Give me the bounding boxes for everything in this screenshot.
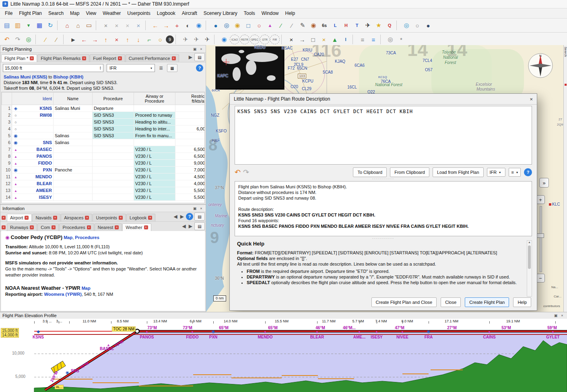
tab-menu-button[interactable]: ▤ — [194, 213, 205, 221]
zoom-in-button[interactable]: + — [536, 195, 545, 204]
save-flight-plan-icon[interactable]: ▦ — [34, 20, 45, 31]
tab-close-icon[interactable]: × — [82, 56, 86, 60]
tab-close-icon[interactable]: × — [30, 56, 34, 60]
dialog-flight-rules-combo[interactable]: IFR ▾ — [487, 168, 505, 177]
undo-icon[interactable]: ↶ — [2, 34, 12, 45]
airspace-icao-icon[interactable]: ICAO — [230, 35, 239, 44]
scenery-database-icon[interactable]: ≡ — [357, 34, 368, 45]
information-subtab[interactable]: Runways × — [7, 223, 37, 231]
scrollbar[interactable]: ▲ — [527, 240, 532, 297]
float-dock-icon[interactable]: ▣ — [553, 313, 558, 318]
measure-line-icon[interactable]: ∕ — [40, 34, 51, 45]
flight-planning-tab[interactable]: Current Performance × — [126, 54, 179, 62]
recent-flight-plans-icon[interactable]: ▼ — [23, 20, 34, 31]
route-description-input[interactable]: KSNS SNS3 SNS V230 CAINS DCT GYLET DCT H… — [235, 106, 532, 165]
splitter-handle[interactable]: ··········· — [230, 237, 537, 240]
information-tab[interactable]: Airspaces × — [61, 214, 92, 221]
new-flight-plan-icon[interactable]: ▤ — [2, 20, 12, 31]
reload-icon[interactable]: ↻ — [45, 20, 56, 31]
airspaces-toggle-icon[interactable]: ○ — [254, 20, 264, 31]
flight-plan-row[interactable]: 2 RW08 SID SNS3 Proceed to runway — [2, 112, 205, 119]
column-header-restriction[interactable]: Restrictio ft/kts/ang — [175, 93, 205, 105]
tab-close-icon[interactable]: × — [115, 225, 119, 229]
dark-globe-icon[interactable]: ● — [423, 20, 433, 31]
airspace-restricted-icon[interactable]: RSTR — [240, 35, 249, 44]
toolbar-icon[interactable] — [353, 35, 356, 44]
close-tab-icon[interactable]: × — [2, 225, 6, 229]
center-flight-plan-icon[interactable]: ⌂ — [73, 20, 83, 31]
move-up-icon[interactable]: ↑ — [122, 34, 133, 45]
flight-plan-row[interactable]: 6 SNS Salinas — [2, 139, 205, 146]
tracks-icon[interactable]: ✎ — [297, 20, 308, 31]
airport-heliport-icon[interactable]: × — [122, 20, 133, 31]
menu-item[interactable]: File — [2, 9, 16, 17]
menu-item[interactable]: Window — [258, 9, 282, 17]
scrollbar-thumb[interactable] — [528, 246, 531, 269]
column-header-name[interactable]: Name — [54, 93, 93, 105]
waypoints-toggle-icon[interactable]: ▲ — [265, 20, 275, 31]
spinbox-arrows-icon[interactable]: ▲▼ — [99, 66, 101, 70]
procedure-spiral-icon[interactable]: ◉ — [219, 34, 229, 45]
map-overlay-icon[interactable]: □ — [243, 20, 254, 31]
airspace-other-icon[interactable]: GTR — [260, 35, 270, 44]
tab-close-icon[interactable]: × — [148, 216, 152, 220]
flight-planning-tab[interactable]: Fuel Report × — [90, 54, 125, 62]
zoom-slider-thumb[interactable] — [537, 233, 544, 238]
flight-plan-row[interactable]: 5 Salinas SID SNS3 From fix to manu... — [2, 132, 205, 139]
information-subtab[interactable]: Weather × — [122, 223, 151, 231]
cruise-altitude-spinbox[interactable]: 15,000 ft ▲▼ — [3, 64, 103, 72]
toolbar-icon[interactable] — [96, 21, 99, 30]
heliports-icon[interactable]: H — [341, 20, 351, 31]
map-overview-inset[interactable] — [215, 46, 285, 90]
information-subtab[interactable]: Com × — [37, 223, 59, 231]
create-flight-plan-and-close-button[interactable]: Create Flight Plan and Close — [371, 297, 437, 307]
flight-plan-row[interactable]: 10 PXN Panoche V230 / L 7,000-1 — [2, 167, 205, 173]
tab-close-icon[interactable]: × — [85, 216, 89, 220]
undo-move-icon[interactable]: ← — [150, 20, 161, 31]
projection-icon[interactable]: ○ — [412, 20, 423, 31]
world-grid-icon[interactable]: ◎ — [401, 20, 412, 31]
toolbar-icon[interactable] — [35, 35, 39, 44]
tab-scroll-right-icon[interactable]: ▶ — [188, 54, 193, 60]
tab-scroll-right-icon[interactable]: ▶ — [188, 223, 193, 229]
close-dock-icon[interactable]: × — [199, 47, 204, 52]
world-icon[interactable]: ◉ — [194, 20, 204, 31]
toolbar-icon[interactable] — [380, 35, 383, 44]
show-aircraft-icon[interactable]: ● — [210, 20, 221, 31]
create-flight-plan-button[interactable]: Create Flight Plan — [465, 297, 509, 307]
tab-close-icon[interactable]: × — [30, 225, 34, 229]
toolbar-icon[interactable] — [63, 35, 66, 44]
close-button[interactable]: Close — [441, 297, 461, 307]
menu-item[interactable]: Map — [67, 9, 82, 17]
close-icon[interactable]: × — [530, 96, 533, 102]
menu-item[interactable]: Logbook — [154, 9, 179, 17]
flight-plan-row[interactable]: 11 MENDO V230 / L 4,500-1 — [2, 173, 205, 180]
information-tab[interactable]: Airport × — [7, 214, 32, 221]
procedures-link[interactable]: Procedures — [75, 235, 99, 240]
flight-plan-row[interactable]: 7 BASEC V230 / L 6,500-1 — [2, 146, 205, 153]
clear-highlights-icon[interactable]: × — [286, 34, 297, 45]
menu-item[interactable]: View — [82, 9, 99, 17]
menu-item[interactable]: Scenery Library — [200, 9, 241, 17]
airport-water-icon[interactable]: × — [133, 20, 144, 31]
collapsed-search-dock[interactable]: Search — [563, 45, 567, 312]
elevation-profile-chart[interactable]: KSNS PANOS FIDDO PXN MENDO BLEAR — [0, 324, 567, 392]
redo-icon[interactable]: ↷ — [243, 168, 249, 177]
dialog-title-bar[interactable]: Little Navmap - Flight Plan Route Descri… — [230, 94, 537, 105]
route-string-icon[interactable]: → — [297, 34, 307, 45]
time-icon[interactable]: ◐ — [183, 20, 193, 31]
delete-leg-icon[interactable]: × — [111, 34, 122, 45]
menu-item[interactable]: Userpoints — [124, 9, 153, 17]
toolbar-icon[interactable] — [57, 21, 60, 30]
tab-close-icon[interactable]: × — [52, 225, 56, 229]
information-subtab[interactable]: Nearest × — [95, 223, 122, 231]
help-button[interactable]: Help — [513, 297, 531, 307]
airspace-special-icon[interactable]: SPEC — [250, 35, 260, 44]
column-header-airway[interactable]: Airway or Procedure — [134, 93, 175, 105]
info-icon[interactable]: I — [340, 34, 351, 45]
search-small-icon[interactable]: ◎ — [385, 34, 396, 45]
map-search-icon[interactable]: ◎ — [221, 20, 232, 31]
to-clipboard-button[interactable]: To Clipboard — [353, 167, 387, 177]
zoom-out-button[interactable]: − — [536, 274, 545, 283]
from-clipboard-button[interactable]: From Clipboard — [390, 167, 429, 177]
